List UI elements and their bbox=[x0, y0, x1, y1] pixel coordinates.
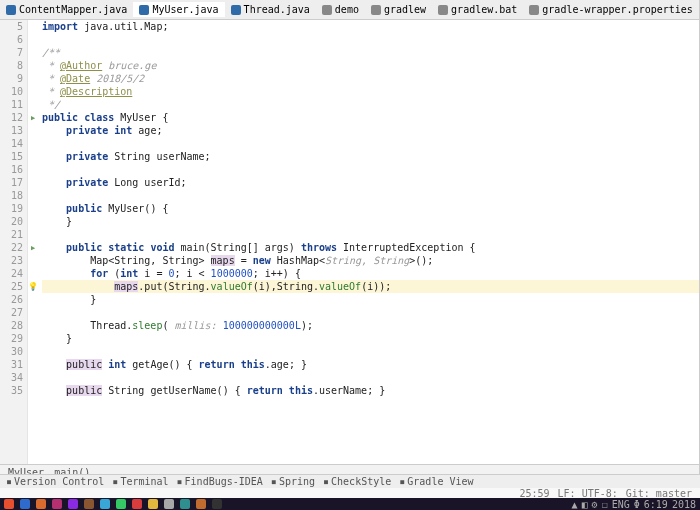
tray-item[interactable]: ☐ bbox=[602, 499, 608, 510]
taskbar-app-icon[interactable] bbox=[68, 499, 78, 509]
taskbar-app-icon[interactable] bbox=[100, 499, 110, 509]
run-gutter-icon[interactable]: ▶ bbox=[31, 114, 35, 122]
tool-tab-icon: ▪ bbox=[323, 476, 329, 487]
tool-tab-icon: ▪ bbox=[6, 476, 12, 487]
taskbar-app-icon[interactable] bbox=[132, 499, 142, 509]
encoding: LF: UTF-8: bbox=[558, 488, 618, 499]
tray-item[interactable]: ENG bbox=[612, 499, 630, 510]
file-icon bbox=[438, 5, 448, 15]
tray-item[interactable]: Φ bbox=[634, 499, 640, 510]
taskbar-app-icon[interactable] bbox=[164, 499, 174, 509]
taskbar-app-icon[interactable] bbox=[148, 499, 158, 509]
taskbar-app-icon[interactable] bbox=[4, 499, 14, 509]
taskbar-app-icon[interactable] bbox=[52, 499, 62, 509]
tool-tab-icon: ▪ bbox=[177, 476, 183, 487]
taskbar-app-icon[interactable] bbox=[212, 499, 222, 509]
taskbar-app-icon[interactable] bbox=[20, 499, 30, 509]
tray-item[interactable]: 2018 bbox=[672, 499, 696, 510]
tab-gradlew[interactable]: gradlew bbox=[365, 2, 432, 17]
os-taskbar[interactable]: ▲◧⚙☐ENGΦ6:192018 bbox=[0, 498, 700, 510]
tool-tab-icon: ▪ bbox=[399, 476, 405, 487]
tab-ContentMapper-java[interactable]: ContentMapper.java bbox=[0, 2, 133, 17]
file-icon bbox=[139, 5, 149, 15]
tab-MyUser-java[interactable]: MyUser.java bbox=[133, 2, 224, 17]
tool-tab-Spring[interactable]: ▪Spring bbox=[271, 476, 315, 487]
tab-demo[interactable]: demo bbox=[316, 2, 365, 17]
tray-item[interactable]: ⚙ bbox=[592, 499, 598, 510]
tab-gradlew-bat[interactable]: gradlew.bat bbox=[432, 2, 523, 17]
taskbar-app-icon[interactable] bbox=[84, 499, 94, 509]
file-icon bbox=[371, 5, 381, 15]
editor-tabs: ContentMapper.javaMyUser.javaThread.java… bbox=[0, 0, 699, 20]
tray-item[interactable]: 6:19 bbox=[644, 499, 668, 510]
taskbar-app-icon[interactable] bbox=[196, 499, 206, 509]
file-icon bbox=[231, 5, 241, 15]
code-editor[interactable]: 5678910111213141516171819202122232425262… bbox=[0, 20, 699, 464]
tool-tab-Gradle-View[interactable]: ▪Gradle View bbox=[399, 476, 473, 487]
tool-tab-Terminal[interactable]: ▪Terminal bbox=[112, 476, 168, 487]
line-gutter: 5678910111213141516171819202122232425262… bbox=[0, 20, 28, 464]
code-area[interactable]: import java.util.Map; /** * @Author bruc… bbox=[38, 20, 699, 464]
intention-bulb-icon[interactable]: 💡 bbox=[28, 282, 38, 291]
tool-tab-icon: ▪ bbox=[271, 476, 277, 487]
run-gutter-icon[interactable]: ▶ bbox=[31, 244, 35, 252]
tab-gradle-wrapper-properties[interactable]: gradle-wrapper.properties bbox=[523, 2, 699, 17]
tray-item[interactable]: ◧ bbox=[582, 499, 588, 510]
system-tray[interactable]: ▲◧⚙☐ENGΦ6:192018 bbox=[572, 499, 696, 510]
tool-tab-CheckStyle[interactable]: ▪CheckStyle bbox=[323, 476, 391, 487]
tool-tab-Version-Control[interactable]: ▪Version Control bbox=[6, 476, 104, 487]
file-icon bbox=[529, 5, 539, 15]
tab-Thread-java[interactable]: Thread.java bbox=[225, 2, 316, 17]
file-icon bbox=[322, 5, 332, 15]
gutter-glyphs: ▶▶💡 bbox=[28, 20, 38, 464]
tool-tab-FindBugs-IDEA[interactable]: ▪FindBugs-IDEA bbox=[177, 476, 263, 487]
tray-item[interactable]: ▲ bbox=[572, 499, 578, 510]
status-bar: 25:59 LF: UTF-8: Git: master bbox=[0, 488, 700, 498]
taskbar-app-icon[interactable] bbox=[180, 499, 190, 509]
tool-tab-icon: ▪ bbox=[112, 476, 118, 487]
git-branch[interactable]: Git: master bbox=[626, 488, 692, 499]
caret-position: 25:59 bbox=[519, 488, 549, 499]
file-icon bbox=[6, 5, 16, 15]
bottom-tool-tabs: ▪Version Control▪Terminal▪FindBugs-IDEA▪… bbox=[0, 474, 700, 488]
taskbar-app-icon[interactable] bbox=[36, 499, 46, 509]
taskbar-app-icon[interactable] bbox=[116, 499, 126, 509]
